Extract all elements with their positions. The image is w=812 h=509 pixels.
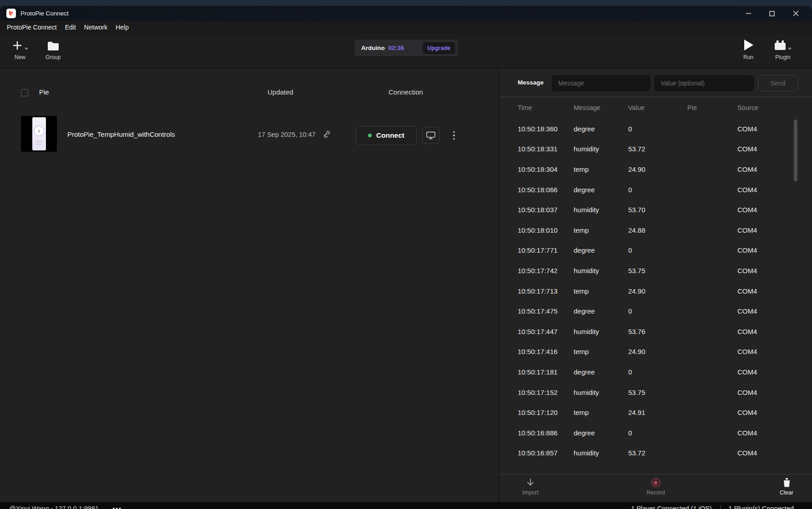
record-button[interactable]: Record (640, 478, 672, 496)
display-button[interactable] (422, 127, 439, 144)
run-button[interactable]: Run (743, 39, 754, 60)
clear-button[interactable]: Clear (773, 478, 800, 496)
pie-list-header: Pie Updated Connection (0, 86, 499, 100)
table-row: 10:50:18:331 humidity 53.72 COM4 (499, 139, 812, 160)
table-row: 10:50:17:742 humidity 53.75 COM4 (499, 260, 812, 281)
table-row: 10:50:17:120 temp 24.91 COM4 (499, 402, 812, 423)
log-col-message: Message (574, 104, 628, 111)
table-row: 10:50:17:771 degree 0 COM4 (499, 240, 812, 261)
value-input[interactable] (654, 75, 754, 91)
host-address: @Xinyi Wang - 127.0.0.1:9981 (9, 505, 99, 509)
log-col-value: Value (628, 104, 687, 111)
maximize-button[interactable] (760, 6, 784, 21)
divider (720, 505, 721, 509)
link-icon[interactable] (322, 130, 330, 138)
table-row: 10:50:17:713 temp 24.90 COM4 (499, 281, 812, 301)
pie-updated: 17 Sep 2025, 10:47 (258, 130, 330, 138)
message-label: Message (518, 79, 544, 86)
download-arrow-icon (526, 478, 535, 487)
device-timer: 02:36 (388, 45, 404, 51)
folder-icon (47, 39, 59, 51)
minimize-button[interactable] (736, 6, 760, 21)
players-connected: 1 Player Connected (1 iOS) (631, 505, 711, 509)
chevron-down-icon (788, 48, 792, 50)
plugins-connected: 1 Plugin(s) Connected (729, 505, 794, 509)
pie-list-panel: Pie Updated Connection 0 ProtoPie_TempHu… (0, 69, 499, 502)
log-footer: Import Record Clear (499, 474, 812, 502)
pie-name: ProtoPie_TempHumid_withControls (67, 130, 175, 138)
more-menu-button[interactable]: ••• (112, 505, 122, 509)
table-row: 10:50:16:857 humidity 53.72 COM4 (499, 443, 812, 464)
trash-icon (783, 478, 791, 487)
table-row: 10:50:18:037 humidity 53.70 COM4 (499, 200, 812, 220)
menu-item-edit[interactable]: Edit (61, 21, 80, 34)
desktop: ProtoPie Connect ProtoPie Connect Edit N… (0, 0, 812, 509)
content: Pie Updated Connection 0 ProtoPie_TempHu… (0, 69, 812, 502)
column-header-pie: Pie (39, 88, 49, 96)
message-input[interactable] (552, 75, 651, 91)
plug-icon (774, 39, 792, 51)
menu-item-protopie-connect[interactable]: ProtoPie Connect (3, 21, 61, 34)
titlebar: ProtoPie Connect (0, 6, 812, 21)
phone-preview: 0 (32, 117, 46, 150)
close-button[interactable] (784, 6, 807, 21)
statusbar: @Xinyi Wang - 127.0.0.1:9981 ••• 1 Playe… (0, 502, 812, 509)
chevron-down-icon (25, 48, 28, 50)
log-col-time: Time (518, 104, 574, 111)
select-all-checkbox[interactable] (21, 89, 28, 96)
table-row: 10:50:17:152 humidity 53.75 COM4 (499, 382, 812, 403)
plugin-button[interactable]: Plugin (774, 39, 792, 60)
plus-icon (12, 39, 28, 51)
status-dot (368, 134, 372, 137)
import-button[interactable]: Import (517, 478, 544, 496)
window-title: ProtoPie Connect (20, 10, 69, 17)
play-icon (743, 39, 754, 51)
table-row: 10:50:18:304 temp 24.90 COM4 (499, 159, 812, 180)
record-icon (651, 478, 661, 487)
monitor-icon (426, 131, 435, 140)
pie-more-button[interactable] (449, 128, 459, 143)
table-row: 10:50:17:475 degree 0 COM4 (499, 301, 812, 321)
menu-item-help[interactable]: Help (111, 21, 133, 34)
log-table-header: Time Message Value Pie Source (499, 97, 812, 118)
table-row: 10:50:18:360 degree 0 COM4 (499, 119, 812, 139)
message-panel: Message Send Time Message Value Pie Sour… (499, 69, 812, 502)
app-logo-icon (6, 9, 16, 18)
column-header-updated: Updated (267, 88, 293, 96)
table-row: 10:50:18:010 temp 24.88 COM4 (499, 220, 812, 240)
toolbar: New Group Arduino 02:36 Upgrade Run (0, 34, 812, 69)
table-row: 10:50:17:181 degree 0 COM4 (499, 362, 812, 382)
menubar: ProtoPie Connect Edit Network Help (0, 21, 812, 34)
device-status-pill: Arduino 02:36 Upgrade (354, 40, 458, 56)
pie-thumbnail[interactable]: 0 (21, 116, 57, 152)
window-controls (736, 6, 807, 21)
log-col-source: Source (737, 104, 812, 111)
menu-item-network[interactable]: Network (80, 21, 111, 34)
device-name: Arduino (361, 45, 385, 51)
scrollbar-thumb[interactable] (794, 120, 797, 181)
table-row: 10:50:17:416 temp 24.90 COM4 (499, 342, 812, 362)
app-window: ProtoPie Connect ProtoPie Connect Edit N… (0, 6, 812, 509)
pie-row: 0 ProtoPie_TempHumid_withControls 17 Sep… (0, 114, 499, 154)
send-button[interactable]: Send (758, 75, 798, 91)
connect-button[interactable]: Connect (356, 126, 417, 145)
table-row: 10:50:17:447 humidity 53.76 COM4 (499, 321, 812, 342)
new-button[interactable]: New (12, 39, 28, 60)
upgrade-button[interactable]: Upgrade (423, 42, 455, 54)
dial-widget: 0 (35, 126, 44, 135)
table-row: 10:50:16:886 degree 0 COM4 (499, 423, 812, 443)
column-header-connection: Connection (388, 88, 423, 96)
log-rows: 10:50:18:360 degree 0 COM4 10:50:18:331 … (499, 119, 812, 464)
log-col-pie: Pie (687, 104, 737, 111)
group-button[interactable]: Group (45, 39, 61, 60)
table-row: 10:50:18:066 degree 0 COM4 (499, 180, 812, 200)
send-bar: Message Send (499, 69, 812, 97)
